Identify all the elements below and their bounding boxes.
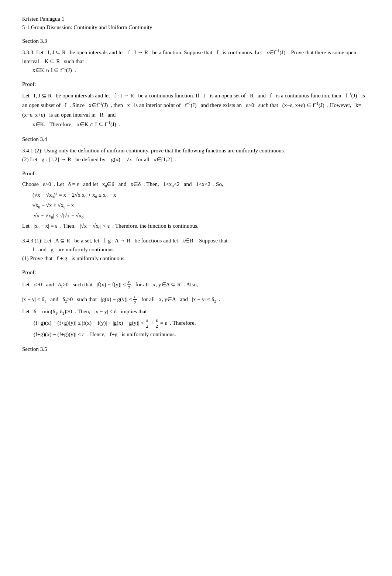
section-3-3-title: Section 3.3 — [22, 38, 370, 44]
proof-3-3-3-conclusion: x∈K. Therefore, x∈K ∩ I ⊆ f−1(J) . — [32, 120, 370, 130]
proof-3-4-3-line3: Let δ = min(δ1, δ2)>0 . Then, |x − y| < … — [22, 307, 370, 317]
math-line-1: (√x − √x0)2 = x − 2√x x0 + x0 ≤ x0 − x — [32, 190, 370, 200]
proof-3-3-3-text: Let I, J ⊆ R be open intervals and let f… — [22, 91, 370, 130]
section-3-5-title: Section 3.5 — [22, 346, 370, 352]
proof-3-4-1-text: Choose ε>0 . Let δ = ε and let x0∈δ and … — [22, 180, 370, 189]
problem-3-4-3: 3.4.3 (1): Let A ⊆ R be a set, let f, g … — [22, 236, 370, 263]
document-header: Kristen Paniagua 1 5-1 Group Discussion:… — [22, 15, 370, 31]
problem-3-4-1: 3.4.1 (2): Using only the definition of … — [22, 146, 370, 164]
proof-3-4-1: Proof: Choose ε>0 . Let δ = ε and let x0… — [22, 169, 370, 231]
math-line-3: |√x − √x0| ≤ √|√x − √x0| — [32, 211, 370, 221]
math-line-5: |(f+g)(x) − (f+g)(y)| < ε . Hence, f+g i… — [32, 330, 370, 339]
proof-3-4-3-line1: Let ε>0 and δ1>0 such that |f(x) − f(y)|… — [22, 279, 370, 291]
math-line-2: √x0 − √x ≤ √x0 − x — [32, 201, 370, 210]
author-name: Kristen Paniagua 1 — [22, 15, 370, 23]
problem-3-4-1-part2: (2) Let g : [1,2] → R be defined by g(x)… — [22, 155, 370, 164]
proof-label-2: Proof: — [22, 169, 370, 179]
proof-3-4-3: Proof: Let ε>0 and δ1>0 such that |f(x) … — [22, 268, 370, 339]
problem-conclusion: x∈K ∩ I ⊆ f−1(J) . — [32, 66, 370, 75]
proof-label-3: Proof: — [22, 268, 370, 277]
problem-3-4-3-statement: 3.4.3 (1): Let A ⊆ R be a set, let f, g … — [22, 236, 370, 263]
section-3-4-title: Section 3.4 — [22, 136, 370, 142]
problem-3-4-1-statement: 3.4.1 (2): Using only the definition of … — [22, 146, 370, 155]
proof-3-4-3-line2: |x − y| < δ1 and δ2>0 such that |g(x) − … — [22, 294, 370, 306]
course-title: 5-1 Group Discussion: Continuity and Uni… — [22, 23, 370, 32]
problem-3-4-3-condition: f and g are uniformly continuous. — [32, 245, 370, 254]
proof-label-1: Proof: — [22, 80, 370, 89]
proof-3-3-3: Proof: Let I, J ⊆ R be open intervals an… — [22, 80, 370, 130]
math-line-4: |(f+g)(x) − (f+g)(y)| ≤ |f(x) − f(y)| + … — [32, 317, 370, 329]
proof-3-4-1-conclusion: Let |x0 − x| = ε . Then, |√x − √x0| < ε … — [22, 221, 370, 231]
problem-3-3-3: 3.3.3: Let I, J ⊆ R be open intervals an… — [22, 48, 370, 75]
problem-statement: 3.3.3: Let I, J ⊆ R be open intervals an… — [22, 49, 356, 64]
